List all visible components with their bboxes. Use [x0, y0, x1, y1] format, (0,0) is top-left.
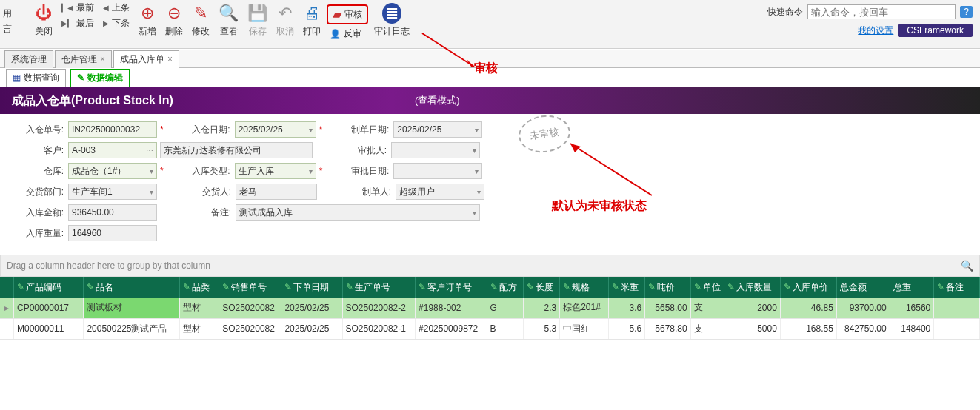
form-area: 未审核 默认为未审核状态 入仓单号:IN202500000032* 入仓日期:2…	[0, 114, 980, 255]
my-settings-link[interactable]: 我的设置	[858, 24, 893, 37]
edit-button[interactable]: ✎修改	[187, 0, 214, 39]
toolbar-right: 快速命令 ? 我的设置 CSFramework	[760, 0, 980, 46]
help-icon[interactable]: ?	[960, 6, 973, 18]
grid-icon: ▦	[13, 73, 21, 83]
cancel-button: ↶取消	[272, 0, 299, 39]
remark-input[interactable]: 测试成品入库▾	[236, 204, 480, 221]
add-button[interactable]: ⊕新增	[134, 0, 161, 39]
detail-grid[interactable]: ✎产品编码 ✎品名 ✎品类 ✎销售单号 ✎下单日期 ✎生产单号 ✎客户订单号 ✎…	[0, 277, 980, 340]
form-title: 成品入仓单(Product Stock In)	[12, 93, 173, 109]
quick-cmd-input[interactable]	[807, 4, 956, 19]
tab-warehouse[interactable]: 仓库管理×	[55, 50, 112, 68]
lang-bot[interactable]: 言	[3, 23, 24, 36]
weight-input: 164960	[68, 225, 157, 241]
undo-icon: ↶	[279, 3, 292, 24]
docdate-input[interactable]: 2025/02/25▾	[235, 121, 316, 138]
first-button[interactable]: ▎◀最前	[61, 1, 94, 14]
lookup-icon[interactable]: ⋯	[143, 147, 153, 155]
annotation-audit: 审核	[474, 61, 498, 76]
form-title-band: 成品入仓单(Product Stock In) (查看模式)	[0, 87, 980, 114]
brand-logo: CSFramework	[898, 24, 973, 37]
unaudit-button[interactable]: 👤 反审	[325, 27, 370, 40]
docno-input[interactable]: IN202500000032	[68, 121, 157, 138]
creator-input: 超级用户▾	[396, 184, 484, 200]
edit-icon: ✎	[17, 282, 24, 292]
left-mini-labels: 用 言	[3, 0, 24, 38]
search-icon: 🔍	[219, 3, 239, 24]
nav-prev-next: ◀上条 ▶下条	[99, 0, 134, 31]
power-icon: ⏻	[36, 3, 52, 24]
next-button[interactable]: ▶下条	[103, 17, 130, 30]
log-icon: ≣	[382, 3, 401, 24]
form-mode: (查看模式)	[415, 94, 460, 107]
createdate-input: 2025/02/25▾	[393, 121, 482, 138]
approver-input: ▾	[391, 142, 480, 158]
approve-date-input: ▾	[393, 163, 482, 179]
print-button[interactable]: 🖨打印	[299, 0, 325, 39]
prev-button[interactable]: ◀上条	[103, 1, 130, 14]
close-icon[interactable]: ×	[167, 54, 173, 64]
tab-system[interactable]: 系统管理	[4, 50, 53, 68]
amount-input: 936450.00	[68, 204, 157, 221]
printer-icon: 🖨	[304, 3, 320, 24]
audit-button[interactable]: ▰ 审核	[327, 4, 368, 24]
delete-button[interactable]: ⊖删除	[161, 0, 187, 39]
customer-input[interactable]: A-003⋯	[68, 142, 157, 158]
main-toolbar: 用 言 ⏻ 关闭 ▎◀最前 ▶▎最后 ◀上条 ▶下条 ⊕新增 ⊖删除 ✎修改 🔍…	[0, 0, 980, 49]
table-row[interactable]: ▸CP00000017测试板材型材SO250200822025/02/25SO2…	[0, 298, 980, 318]
person-icon: 👤	[330, 29, 341, 39]
chevron-down-icon[interactable]: ▾	[306, 126, 313, 134]
annotation-state: 默认为未审核状态	[552, 198, 647, 214]
tab-stockin[interactable]: 成品入库单×	[113, 50, 179, 68]
close-icon[interactable]: ×	[100, 54, 105, 64]
hander-input[interactable]: 老马	[236, 184, 317, 200]
edit-icon: ✎	[77, 73, 84, 83]
dept-input[interactable]: 生产车间1▾	[68, 184, 157, 200]
database-del-icon: ⊖	[167, 3, 181, 24]
nav-first-last: ▎◀最前 ▶▎最后	[57, 0, 99, 31]
quick-cmd-label: 快速命令	[767, 6, 803, 19]
save-button: 💾保存	[243, 0, 272, 39]
database-edit-icon: ✎	[194, 3, 207, 24]
subtab-edit[interactable]: ✎数据编辑	[70, 69, 130, 87]
intype-input[interactable]: 生产入库▾	[235, 163, 316, 179]
table-row[interactable]: M00000011200500225测试产品型材SO250200822025/0…	[0, 318, 980, 339]
save-icon: 💾	[247, 3, 267, 24]
subtab-query[interactable]: ▦数据查询	[6, 69, 66, 87]
customer-name: 东莞新万达装修有限公司	[160, 142, 313, 158]
stamp-icon: ▰	[333, 7, 341, 21]
warehouse-input[interactable]: 成品仓（1#）▾	[68, 163, 157, 179]
audit-log-button[interactable]: ≣审计日志	[370, 0, 414, 39]
lang-top[interactable]: 用	[3, 7, 24, 20]
close-button[interactable]: ⏻ 关闭	[30, 0, 57, 39]
grid-search-icon[interactable]: 🔍	[961, 260, 973, 272]
last-button[interactable]: ▶▎最后	[61, 17, 94, 30]
grid-group-header[interactable]: Drag a column header here to group by th…	[0, 255, 980, 277]
grid-header-row: ✎产品编码 ✎品名 ✎品类 ✎销售单号 ✎下单日期 ✎生产单号 ✎客户订单号 ✎…	[0, 277, 980, 298]
database-add-icon: ⊕	[141, 3, 154, 24]
view-button[interactable]: 🔍查看	[214, 0, 243, 39]
